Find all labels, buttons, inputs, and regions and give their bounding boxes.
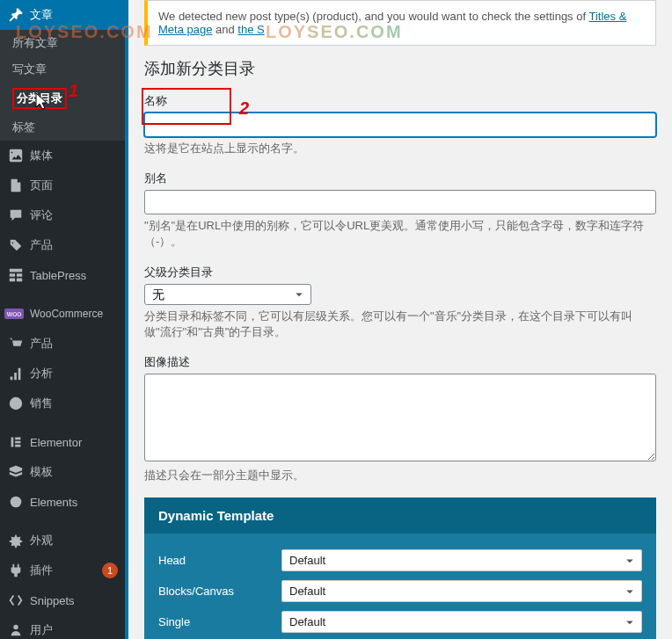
dt-header: Dynamic Template	[144, 497, 656, 534]
main-content: We detected new post type(s) (product), …	[125, 0, 672, 639]
plugins-icon	[7, 562, 25, 579]
sidebar-item-posts[interactable]: 文章	[0, 0, 125, 30]
name-label: 名称	[144, 93, 656, 109]
sidebar-item-pages[interactable]: 页面	[0, 171, 125, 200]
sidebar-item-plugins[interactable]: 插件 1	[0, 555, 125, 585]
sidebar-item-appearance[interactable]: 外观	[0, 526, 125, 555]
submenu-tags[interactable]: 标签	[0, 114, 125, 141]
sidebar-item-elementor[interactable]: Elementor	[0, 427, 125, 457]
field-description: 图像描述 描述只会在一部分主题中显示。	[144, 354, 656, 483]
sidebar-products2-label: 产品	[30, 336, 118, 352]
parent-select[interactable]: 无	[144, 284, 311, 305]
slug-input[interactable]	[144, 190, 656, 214]
dt-row-blocks: Blocks/Canvas Default	[158, 580, 642, 602]
sidebar-posts-label: 文章	[30, 7, 118, 23]
dynamic-template-panel: Dynamic Template Head Default Blocks/Can…	[144, 497, 656, 639]
name-input[interactable]	[144, 113, 656, 137]
media-icon	[7, 147, 25, 164]
users-icon	[7, 621, 25, 639]
admin-sidebar: 文章 所有文章 写文章 分类目录 1 标签 媒体 页面 评论 产品 TableP…	[0, 0, 125, 639]
sidebar-item-products2[interactable]: 产品	[0, 329, 125, 359]
sidebar-comments-label: 评论	[30, 207, 118, 223]
pin-icon	[7, 6, 25, 24]
woo-icon: woo	[7, 305, 25, 323]
field-name: 名称 2 这将是它在站点上显示的名字。	[144, 93, 656, 156]
parent-label: 父级分类目录	[144, 265, 656, 280]
submenu-new-post[interactable]: 写文章	[0, 56, 125, 83]
notification-text: We detected new post type(s) (product), …	[158, 10, 588, 23]
sidebar-tablepress-label: TablePress	[30, 269, 118, 282]
dt-blocks-select[interactable]: Default	[281, 580, 642, 602]
sidebar-item-elements[interactable]: Elements	[0, 487, 125, 517]
desc-label: 图像描述	[144, 354, 656, 370]
notification-mid: and	[212, 23, 237, 36]
sidebar-plugins-label: 插件	[30, 563, 99, 578]
dt-row-single: Single Default	[158, 611, 642, 633]
desc-textarea[interactable]	[144, 374, 656, 461]
sidebar-item-comments[interactable]: 评论	[0, 200, 125, 230]
cursor-icon	[33, 91, 51, 114]
sidebar-item-analytics[interactable]: 分析	[0, 359, 125, 388]
products2-icon	[7, 335, 25, 352]
annotation-1: 1	[69, 81, 78, 101]
svg-point-0	[11, 497, 22, 508]
templates-icon	[7, 463, 25, 481]
dt-single-select[interactable]: Default	[281, 611, 642, 633]
dt-blocks-label: Blocks/Canvas	[158, 585, 281, 598]
sidebar-products-label: 产品	[30, 237, 118, 253]
sidebar-item-products[interactable]: 产品	[0, 230, 125, 260]
dt-body: Head Default Blocks/Canvas Default Singl…	[144, 534, 656, 639]
field-parent: 父级分类目录 无 分类目录和标签不同，它可以有层级关系。您可以有一个"音乐"分类…	[144, 265, 656, 340]
products-icon	[7, 236, 25, 254]
appearance-icon	[7, 532, 25, 549]
pages-icon	[7, 177, 25, 194]
parent-help: 分类目录和标签不同，它可以有层级关系。您可以有一个"音乐"分类目录，在这个目录下…	[144, 309, 656, 340]
dt-head-select[interactable]: Default	[281, 549, 642, 571]
plugins-badge: 1	[102, 563, 118, 578]
sidebar-users-label: 用户	[30, 622, 118, 638]
sidebar-woo-label: WooCommerce	[30, 308, 118, 320]
name-help: 这将是它在站点上显示的名字。	[144, 141, 656, 156]
dt-row-head: Head Default	[158, 549, 642, 571]
analytics-icon	[7, 365, 25, 382]
desc-help: 描述只会在一部分主题中显示。	[144, 468, 656, 483]
sidebar-item-tablepress[interactable]: TablePress	[0, 260, 125, 290]
sidebar-media-label: 媒体	[30, 148, 118, 163]
notification-link-2[interactable]: the S	[237, 23, 264, 36]
sidebar-item-sales[interactable]: 销售	[0, 388, 125, 418]
sidebar-item-media[interactable]: 媒体	[0, 141, 125, 171]
sidebar-pages-label: 页面	[30, 178, 118, 193]
sidebar-item-templates[interactable]: 模板	[0, 457, 125, 487]
submenu-categories[interactable]: 分类目录 1	[0, 83, 125, 114]
dt-single-label: Single	[158, 615, 281, 628]
comments-icon	[7, 207, 25, 224]
elements-icon	[7, 493, 25, 511]
sidebar-item-users[interactable]: 用户	[0, 615, 125, 639]
slug-label: 别名	[144, 171, 656, 186]
page-title: 添加新分类目录	[144, 58, 656, 79]
posts-submenu: 所有文章 写文章 分类目录 1 标签	[0, 30, 125, 141]
dt-head-label: Head	[158, 554, 281, 567]
sidebar-item-woocommerce[interactable]: woo WooCommerce	[0, 299, 125, 329]
sidebar-item-snippets[interactable]: Snippets	[0, 585, 125, 615]
annotation-2: 2	[239, 98, 249, 119]
sidebar-templates-label: 模板	[30, 464, 118, 480]
sidebar-sales-label: 销售	[30, 396, 118, 411]
sales-icon	[7, 395, 25, 412]
submenu-all-posts[interactable]: 所有文章	[0, 30, 125, 56]
slug-help: "别名"是在URL中使用的别称，它可以令URL更美观。通常使用小写，只能包含字母…	[144, 218, 656, 250]
sidebar-elements-label: Elements	[30, 496, 118, 509]
sidebar-appearance-label: 外观	[30, 533, 118, 548]
sidebar-snippets-label: Snippets	[30, 594, 118, 607]
snippets-icon	[7, 592, 25, 609]
sidebar-elementor-label: Elementor	[30, 436, 118, 449]
tablepress-icon	[7, 266, 25, 284]
sidebar-analytics-label: 分析	[30, 366, 118, 381]
field-slug: 别名 "别名"是在URL中使用的别称，它可以令URL更美观。通常使用小写，只能包…	[144, 171, 656, 250]
elementor-icon	[7, 433, 25, 451]
notification-banner: We detected new post type(s) (product), …	[144, 0, 656, 46]
